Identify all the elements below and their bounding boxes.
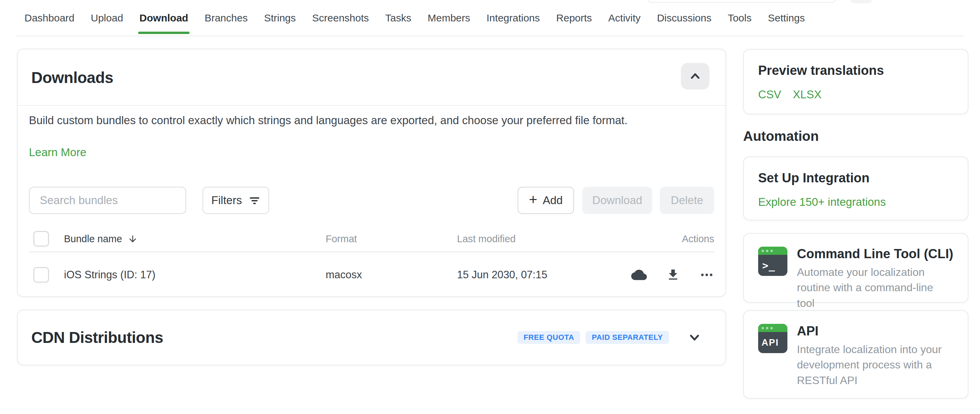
explore-integrations-link[interactable]: Explore 150+ integrations xyxy=(758,196,886,209)
column-actions: Actions xyxy=(682,233,714,244)
api-icon-glyph: API xyxy=(758,332,788,353)
column-format: Format xyxy=(326,233,357,244)
bundles-toolbar: Filters + Add Download Delete xyxy=(29,187,714,214)
sort-descending-icon[interactable] xyxy=(127,234,138,244)
row-actions xyxy=(631,267,714,283)
cdn-distributions-panel: CDN Distributions FREE QUOTA PAID SEPARA… xyxy=(17,309,726,365)
terminal-prompt-glyph: >_ xyxy=(758,255,788,276)
terminal-icon: >_ xyxy=(758,247,788,276)
automation-heading: Automation xyxy=(743,128,819,144)
nav-tab-upload[interactable]: Upload xyxy=(91,12,123,24)
top-cutoff-searchbar xyxy=(648,0,835,3)
delete-button[interactable]: Delete xyxy=(660,187,714,214)
api-card[interactable]: API API Integrate localization into your… xyxy=(743,310,969,399)
nav-tab-dashboard[interactable]: Dashboard xyxy=(24,12,75,24)
search-bundles-input[interactable] xyxy=(29,187,186,214)
more-actions-button[interactable] xyxy=(699,267,714,282)
nav-tab-reports[interactable]: Reports xyxy=(556,12,592,24)
api-card-description: Integrate localization into your develop… xyxy=(797,342,953,388)
nav-tab-download[interactable]: Download xyxy=(140,12,188,24)
set-up-integration-title: Set Up Integration xyxy=(758,171,953,186)
project-nav: Dashboard Upload Download Branches Strin… xyxy=(24,12,805,24)
bundle-name[interactable]: iOS Strings (ID: 17) xyxy=(64,269,156,281)
downloads-description: Build custom bundles to control exactly … xyxy=(29,114,627,127)
collapse-panel-button[interactable] xyxy=(681,63,710,89)
nav-tab-members[interactable]: Members xyxy=(428,12,470,24)
cli-card[interactable]: >_ Command Line Tool (CLI) Automate your… xyxy=(743,233,969,303)
free-quota-badge: FREE QUOTA xyxy=(517,331,581,344)
filter-icon xyxy=(249,195,260,206)
nav-tab-branches[interactable]: Branches xyxy=(205,12,248,24)
top-cutoff-avatar xyxy=(851,0,872,3)
expand-panel-button[interactable] xyxy=(687,330,702,345)
cloud-icon xyxy=(631,267,647,283)
cli-card-title: Command Line Tool (CLI) xyxy=(797,247,953,261)
api-icon: API xyxy=(758,324,788,353)
bundle-row[interactable]: iOS Strings (ID: 17) macosx 15 Jun 2030,… xyxy=(29,252,714,297)
nav-tab-activity[interactable]: Activity xyxy=(608,12,641,24)
downloads-title: Downloads xyxy=(31,68,113,87)
preview-translations-title: Preview translations xyxy=(758,63,953,78)
download-button[interactable]: Download xyxy=(582,187,652,214)
ellipsis-icon xyxy=(699,267,714,282)
preview-translations-card: Preview translations CSV XLSX xyxy=(743,49,969,114)
project-download-page: Dashboard Upload Download Branches Strin… xyxy=(0,0,980,414)
add-bundle-button[interactable]: + Add xyxy=(517,187,574,214)
filters-label: Filters xyxy=(211,194,242,207)
nav-tab-integrations[interactable]: Integrations xyxy=(487,12,540,24)
learn-more-link[interactable]: Learn More xyxy=(29,146,86,159)
panel-header-divider xyxy=(18,105,725,106)
set-up-integration-card: Set Up Integration Explore 150+ integrat… xyxy=(743,157,969,220)
nav-tab-discussions[interactable]: Discussions xyxy=(657,12,711,24)
cdn-badges: FREE QUOTA PAID SEPARATELY xyxy=(517,331,669,344)
chevron-up-icon xyxy=(688,69,703,84)
select-all-checkbox[interactable] xyxy=(33,231,49,247)
download-bundle-button[interactable] xyxy=(666,268,680,282)
filters-button[interactable]: Filters xyxy=(202,187,269,214)
terminal-icon-titlebar xyxy=(758,247,788,255)
column-bundle-name[interactable]: Bundle name xyxy=(64,233,122,244)
chevron-down-icon xyxy=(687,330,702,345)
plus-icon: + xyxy=(529,192,537,207)
xlsx-link[interactable]: XLSX xyxy=(793,88,821,101)
build-to-cloud-button[interactable] xyxy=(631,267,647,283)
column-last-modified: Last modified xyxy=(457,233,516,244)
downloads-panel: Downloads Build custom bundles to contro… xyxy=(17,49,726,297)
nav-tab-settings[interactable]: Settings xyxy=(768,12,805,24)
cli-card-description: Automate your localization routine with … xyxy=(797,265,953,311)
nav-tab-screenshots[interactable]: Screenshots xyxy=(312,12,369,24)
bundle-format: macosx xyxy=(326,269,362,281)
nav-tab-strings[interactable]: Strings xyxy=(264,12,296,24)
api-card-title: API xyxy=(797,324,953,338)
csv-link[interactable]: CSV xyxy=(758,88,781,101)
api-icon-titlebar xyxy=(758,324,788,332)
bundles-table-header: Bundle name Format Last modified Actions xyxy=(29,226,714,251)
nav-tab-tasks[interactable]: Tasks xyxy=(385,12,411,24)
paid-separately-badge: PAID SEPARATELY xyxy=(585,331,669,344)
cdn-title: CDN Distributions xyxy=(31,328,163,347)
nav-tab-tools[interactable]: Tools xyxy=(728,12,752,24)
preview-links: CSV XLSX xyxy=(758,88,953,101)
nav-divider xyxy=(16,36,964,36)
row-checkbox[interactable] xyxy=(33,267,49,283)
bundle-last-modified: 15 Jun 2030, 07:15 xyxy=(457,269,547,281)
add-label: Add xyxy=(543,194,563,207)
download-icon xyxy=(666,268,680,282)
